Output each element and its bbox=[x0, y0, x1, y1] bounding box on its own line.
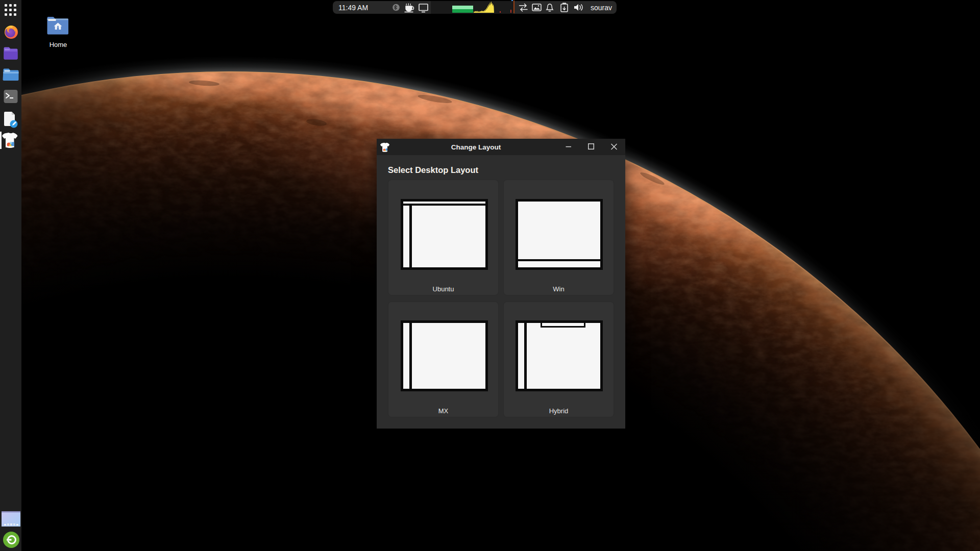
svg-text:11:49 AM: 11:49 AM bbox=[338, 4, 368, 12]
svg-text:sourav: sourav bbox=[591, 4, 612, 12]
